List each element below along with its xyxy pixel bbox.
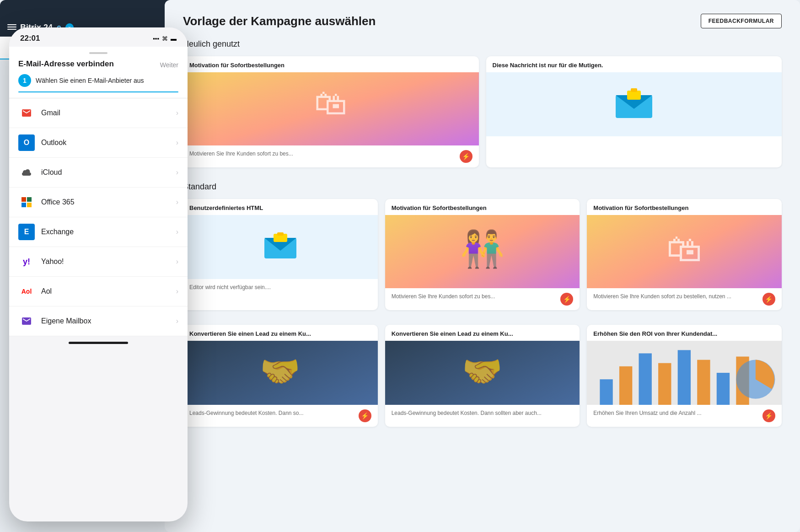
standard-template-1[interactable]: Benutzerdefiniertes HTML Editor wird nic… — [183, 199, 378, 310]
provider-exchange[interactable]: E Exchange › — [9, 217, 188, 247]
svg-rect-9 — [631, 88, 637, 92]
std-t1-desc: Editor wird nicht verfügbar sein.... — [189, 284, 371, 291]
svg-rect-2 — [21, 203, 26, 207]
battery-icon: ▬ — [171, 35, 177, 42]
gmail-chevron: › — [176, 109, 178, 117]
provider-outlook[interactable]: O Outlook › — [9, 128, 188, 158]
svg-rect-13 — [277, 232, 284, 236]
phone-header-title: E-Mail-Adresse verbinden — [18, 59, 114, 69]
std-t3-image: 🛍 — [587, 215, 782, 288]
recent-template-1-title: Motivation für Sofortbestellungen — [183, 56, 479, 72]
aol-icon: Aol — [18, 283, 35, 300]
std-t6-footer: Erhöhen Sie Ihren Umsatz und die Anzahl … — [587, 405, 782, 427]
standard-template-4[interactable]: Konvertieren Sie einen Lead zu einem Ku.… — [183, 325, 378, 427]
icloud-label: iCloud — [41, 168, 176, 177]
standard-template-6[interactable]: Erhöhen Sie den ROI von Ihrer Kundendat.… — [587, 325, 782, 427]
step-text: Wählen Sie einen E-Mail-Anbieter aus — [36, 77, 144, 84]
std-t6-title: Erhöhen Sie den ROI von Ihrer Kundendat.… — [587, 325, 782, 341]
recent-template-2-title: Diese Nachricht ist nur für die Mutigen. — [486, 56, 782, 72]
recently-used-label: Neulich genutzt — [183, 39, 782, 49]
provider-office365[interactable]: Office 365 › — [9, 188, 188, 217]
phone-status-bar: 22:01 ▪▪▪ ⌘ ▬ — [9, 27, 188, 47]
yahoo-icon: y! — [18, 253, 35, 270]
std-t2-lightning[interactable]: ⚡ — [560, 293, 573, 306]
svg-rect-26 — [658, 363, 671, 405]
template-panel: Vorlage der Kampagne auswählen FEEDBACKF… — [165, 0, 800, 532]
svg-rect-23 — [600, 379, 613, 405]
icloud-icon — [18, 164, 35, 181]
recent-template-1-footer: Motivieren Sie Ihre Kunden sofort zu bes… — [183, 145, 479, 167]
template-panel-title: Vorlage der Kampagne auswählen — [183, 14, 376, 28]
icloud-chevron: › — [176, 168, 178, 177]
std-t2-desc: Motivieren Sie Ihre Kunden sofort zu bes… — [392, 293, 557, 301]
std-t5-title: Konvertieren Sie einen Lead zu einem Ku.… — [385, 325, 580, 341]
std-t6-lightning[interactable]: ⚡ — [762, 409, 775, 422]
outlook-chevron: › — [176, 139, 178, 147]
standard-section: Standard Benutzerdefiniertes HTML Editor… — [183, 182, 782, 427]
std-t3-desc: Motivieren Sie Ihre Kunden sofort zu bes… — [593, 293, 759, 301]
exchange-icon: E — [18, 224, 35, 240]
office365-chevron: › — [176, 198, 178, 206]
std-t4-lightning[interactable]: ⚡ — [359, 409, 371, 422]
standard-template-5[interactable]: Konvertieren Sie einen Lead zu einem Ku.… — [385, 325, 580, 427]
signal-icon: ▪▪▪ — [153, 35, 159, 42]
standard-template-3[interactable]: Motivation für Sofortbestellungen 🛍 — [587, 199, 782, 310]
recent-template-2-footer — [486, 136, 782, 156]
exchange-label: Exchange — [41, 228, 176, 236]
std-t4-desc: Leads-Gewinnung bedeutet Kosten. Dann so… — [189, 409, 355, 417]
hamburger-icon[interactable] — [7, 24, 16, 31]
template-header: Vorlage der Kampagne auswählen FEEDBACKF… — [183, 14, 782, 28]
eigene-label: Eigene Mailbox — [41, 317, 176, 325]
svg-rect-24 — [619, 366, 632, 405]
std-t5-desc: Leads-Gewinnung bedeutet Kosten. Dann so… — [392, 409, 574, 417]
std-t5-image: 🤝 — [385, 341, 580, 405]
std-t6-image — [587, 341, 782, 405]
eigene-icon — [18, 313, 35, 329]
recent-template-1-image: 🛍 — [183, 72, 479, 145]
standard-template-2[interactable]: Motivation für Sofortbestellungen 👫 — [385, 199, 580, 310]
provider-gmail[interactable]: Gmail › — [9, 98, 188, 128]
std-t2-title: Motivation für Sofortbestellungen — [385, 199, 580, 215]
gmail-label: Gmail — [41, 109, 176, 117]
std-t3-title: Motivation für Sofortbestellungen — [587, 199, 782, 215]
std-t5-footer: Leads-Gewinnung bedeutet Kosten. Dann so… — [385, 405, 580, 425]
recently-used-section: Neulich genutzt Motivation für Sofortbes… — [183, 39, 782, 167]
recent-template-2-image — [486, 72, 782, 136]
recent-templates-grid: Motivation für Sofortbestellungen 🛍 — [183, 56, 782, 167]
standard-label: Standard — [183, 182, 782, 192]
std-t3-lightning[interactable]: ⚡ — [762, 293, 775, 306]
yahoo-label: Yahoo! — [41, 258, 176, 266]
std-t6-desc: Erhöhen Sie Ihren Umsatz und die Anzahl … — [593, 409, 759, 417]
provider-aol[interactable]: Aol Aol › — [9, 277, 188, 306]
svg-rect-1 — [27, 197, 32, 202]
exchange-chevron: › — [176, 228, 178, 236]
aol-label: Aol — [41, 287, 176, 296]
std-t4-footer: Leads-Gewinnung bedeutet Kosten. Dann so… — [183, 405, 378, 427]
office365-icon — [18, 194, 35, 210]
step-underline — [18, 91, 178, 92]
provider-eigene[interactable]: Eigene Mailbox › — [9, 306, 188, 336]
svg-rect-27 — [678, 350, 691, 405]
svg-rect-29 — [717, 373, 730, 405]
svg-text:🛍: 🛍 — [666, 229, 702, 269]
nav-handle — [89, 52, 107, 54]
standard-templates-row2: Konvertieren Sie einen Lead zu einem Ku.… — [183, 325, 782, 427]
std-t1-image — [183, 215, 378, 279]
phone-inner-content: E-Mail-Adresse verbinden Weiter 1 Wählen… — [9, 47, 188, 344]
recent-template-2[interactable]: Diese Nachricht ist nur für die Mutigen. — [486, 56, 782, 167]
step-indicator: 1 Wählen Sie einen E-Mail-Anbieter aus — [18, 74, 178, 87]
svg-rect-28 — [698, 360, 710, 405]
std-t4-image: 🤝 — [183, 341, 378, 405]
feedback-button[interactable]: FEEDBACKFORMULAR — [701, 14, 782, 28]
provider-icloud[interactable]: iCloud › — [9, 158, 188, 188]
svg-rect-25 — [639, 353, 652, 405]
recent-template-1[interactable]: Motivation für Sofortbestellungen 🛍 — [183, 56, 479, 167]
std-t1-footer: Editor wird nicht verfügbar sein.... — [183, 279, 378, 299]
weiter-button[interactable]: Weiter — [160, 61, 178, 69]
phone-mockup: 22:01 ▪▪▪ ⌘ ▬ E-Mail-Adresse verbinden W… — [9, 27, 188, 521]
svg-rect-3 — [27, 203, 32, 207]
provider-yahoo[interactable]: y! Yahoo! › — [9, 247, 188, 277]
svg-text:🤝: 🤝 — [260, 352, 301, 391]
std-t4-title: Konvertieren Sie einen Lead zu einem Ku.… — [183, 325, 378, 341]
recent-template-1-lightning[interactable]: ⚡ — [460, 150, 472, 163]
